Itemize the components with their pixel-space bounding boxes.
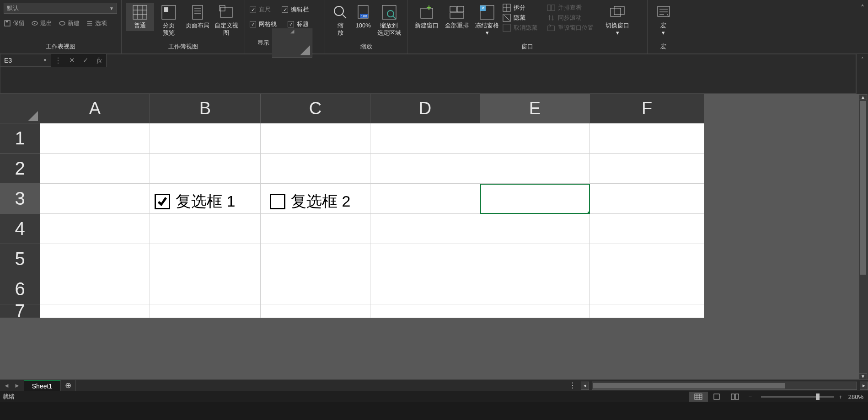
scroll-down-button[interactable]: ▼ — [859, 373, 867, 379]
formula-menu[interactable]: ⋮ — [51, 54, 65, 67]
hscroll-left[interactable]: ◄ — [581, 382, 589, 390]
cell-F7[interactable] — [590, 304, 704, 318]
headings-checkbox[interactable]: 标题 — [288, 20, 309, 28]
cell-F6[interactable] — [590, 274, 704, 304]
cell-E7[interactable] — [480, 304, 590, 318]
col-header-C[interactable]: C — [261, 94, 370, 123]
zoom-100-button[interactable]: 100100% — [352, 3, 375, 31]
cell-B2[interactable] — [150, 154, 261, 184]
cell-B4[interactable] — [150, 214, 261, 244]
sheet-view-select[interactable]: 默认 ▼ — [4, 3, 117, 14]
gridlines-checkbox[interactable]: 网格线 — [250, 20, 277, 28]
cell-D3[interactable] — [370, 184, 480, 214]
cell-A7[interactable] — [40, 304, 150, 318]
form-checkbox-2[interactable]: 复选框 2 — [270, 191, 350, 212]
new-window-button[interactable]: 新建窗口 — [412, 3, 441, 31]
formula-bar-collapse[interactable]: ˄ — [856, 54, 868, 94]
select-all-corner[interactable] — [0, 94, 40, 123]
cell-B6[interactable] — [150, 274, 261, 304]
row-header-4[interactable]: 4 — [0, 214, 40, 244]
insert-function-button[interactable]: fx — [92, 54, 106, 67]
cell-C7[interactable] — [261, 304, 370, 318]
arrange-all-button[interactable]: 全部重排 — [442, 3, 472, 31]
cell-E6[interactable] — [480, 274, 590, 304]
normal-view-button[interactable]: 普通 — [126, 3, 154, 31]
cell-A5[interactable] — [40, 244, 150, 274]
freeze-panes-button[interactable]: 冻结窗格▾ — [472, 3, 502, 38]
cell-E3[interactable] — [480, 184, 590, 214]
switch-windows-button[interactable]: 切换窗口▾ — [603, 3, 632, 38]
cell-D1[interactable] — [370, 123, 480, 154]
cell-E4[interactable] — [480, 214, 590, 244]
vertical-scrollbar[interactable]: ▲ ▼ — [859, 94, 868, 379]
horizontal-scrollbar[interactable] — [592, 382, 857, 390]
cell-D6[interactable] — [370, 274, 480, 304]
cell-D7[interactable] — [370, 304, 480, 318]
cell-C5[interactable] — [261, 244, 370, 274]
options-button[interactable]: 选项 — [86, 19, 107, 27]
custom-view-button[interactable]: 自定义视图 — [212, 3, 240, 38]
cell-E2[interactable] — [480, 154, 590, 184]
view-pagebreak-button[interactable] — [726, 392, 744, 402]
row-header-3[interactable]: 3 — [0, 184, 40, 214]
keep-button[interactable]: 保留 — [4, 19, 25, 27]
cell-A3[interactable] — [40, 184, 150, 214]
zoom-to-selection-button[interactable]: 缩放到 选定区域 — [375, 3, 402, 38]
zoom-level[interactable]: 280% — [842, 393, 865, 400]
row-header-5[interactable]: 5 — [0, 244, 40, 274]
cell-F4[interactable] — [590, 214, 704, 244]
pagebreak-view-button[interactable]: 分页 预览 — [155, 3, 183, 38]
zoom-in-button[interactable]: + — [839, 393, 842, 400]
scroll-up-button[interactable]: ▲ — [859, 94, 867, 100]
split-button[interactable]: 拆分 — [503, 4, 546, 12]
cell-F2[interactable] — [590, 154, 704, 184]
col-header-D[interactable]: D — [370, 94, 480, 123]
cell-B5[interactable] — [150, 244, 261, 274]
cell-F5[interactable] — [590, 244, 704, 274]
sheet-tab-sheet1[interactable]: Sheet1 — [24, 380, 60, 391]
formula-input-expanded[interactable] — [0, 67, 856, 94]
add-sheet-button[interactable]: ⊕ — [60, 380, 76, 391]
hide-button[interactable]: 隐藏 — [503, 14, 546, 22]
exit-button[interactable]: 退出 — [31, 19, 52, 27]
pagelayout-view-button[interactable]: 页面布局 — [184, 3, 212, 31]
macro-button[interactable]: 宏▾ — [652, 3, 675, 38]
tab-options[interactable]: ⋮ — [564, 381, 581, 390]
scroll-thumb[interactable] — [593, 383, 785, 388]
confirm-formula-button[interactable]: ✓ — [79, 54, 92, 67]
row-header-7[interactable]: 7 — [0, 304, 40, 318]
tab-last-button[interactable]: ► — [14, 382, 20, 389]
cancel-formula-button[interactable]: ✕ — [65, 54, 79, 67]
cell-C2[interactable] — [261, 154, 370, 184]
formula-bar-checkbox[interactable]: 编辑栏 — [282, 5, 309, 14]
row-header-2[interactable]: 2 — [0, 154, 40, 184]
cell-D2[interactable] — [370, 154, 480, 184]
cell-B1[interactable] — [150, 123, 261, 154]
cell-E5[interactable] — [480, 244, 590, 274]
cell-F1[interactable] — [590, 123, 704, 154]
slider-thumb[interactable] — [816, 393, 820, 400]
hscroll-right[interactable]: ► — [860, 382, 868, 390]
cell-D4[interactable] — [370, 214, 480, 244]
col-header-B[interactable]: B — [150, 94, 261, 123]
cell-A2[interactable] — [40, 154, 150, 184]
cell-C4[interactable] — [261, 214, 370, 244]
cell-E1[interactable] — [480, 123, 590, 154]
row-header-1[interactable]: 1 — [0, 123, 40, 154]
cell-A6[interactable] — [40, 274, 150, 304]
formula-input[interactable] — [106, 54, 856, 67]
cell-D5[interactable] — [370, 244, 480, 274]
tab-first-button[interactable]: ◄ — [4, 382, 10, 389]
scroll-thumb[interactable] — [860, 101, 866, 275]
form-checkbox-1[interactable]: 复选框 1 — [155, 191, 235, 212]
zoom-slider[interactable] — [761, 396, 834, 398]
cell-A4[interactable] — [40, 214, 150, 244]
new-button[interactable]: 新建 — [59, 19, 80, 27]
cell-F3[interactable] — [590, 184, 704, 214]
name-box[interactable]: E3▼ — [0, 54, 51, 67]
cell-C1[interactable] — [261, 123, 370, 154]
col-header-E[interactable]: E — [480, 94, 590, 123]
col-header-A[interactable]: A — [40, 94, 150, 123]
view-pagelayout-button[interactable] — [707, 392, 726, 402]
cell-B7[interactable] — [150, 304, 261, 318]
